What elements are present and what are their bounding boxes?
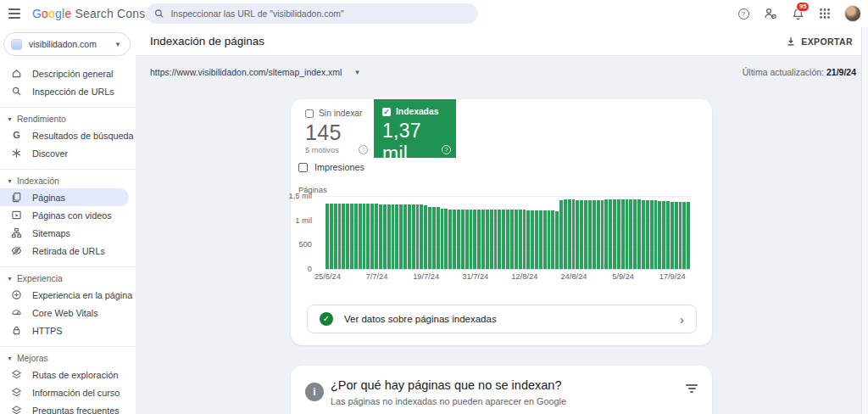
chart-bar[interactable] [395, 204, 398, 269]
sidebar-section-indexing[interactable]: ▼Indexación [0, 173, 136, 188]
impressions-checkbox[interactable] [298, 163, 308, 172]
sidebar-item-pages[interactable]: Páginas [0, 188, 129, 206]
chart-bar[interactable] [604, 199, 608, 269]
chart-bar[interactable] [383, 204, 387, 269]
impressions-toggle[interactable]: Impresiones [298, 162, 364, 172]
chart-bar[interactable] [477, 210, 481, 269]
chart-bar[interactable] [444, 209, 448, 269]
chart-bar[interactable] [609, 199, 612, 269]
chart-bar[interactable] [588, 200, 592, 269]
chart-bar[interactable] [535, 210, 538, 269]
chart-bar[interactable] [392, 204, 395, 269]
chart-bar[interactable] [428, 207, 431, 269]
help-icon[interactable]: ? [442, 145, 451, 154]
chart-bar[interactable] [593, 200, 596, 269]
chart-bar[interactable] [662, 201, 665, 269]
chart-bar[interactable] [473, 210, 476, 269]
url-inspect-input[interactable] [170, 8, 470, 19]
chart-bar[interactable] [576, 200, 579, 269]
chart-bar[interactable] [379, 204, 382, 269]
chart-bar[interactable] [650, 200, 654, 269]
filter-icon[interactable] [685, 384, 698, 394]
chart-bar[interactable] [465, 210, 469, 269]
chart-bar[interactable] [601, 200, 604, 269]
chart-bar[interactable] [526, 210, 530, 269]
chart-bar[interactable] [510, 210, 514, 269]
chart-bar[interactable] [486, 210, 489, 269]
chart-bar[interactable] [572, 199, 576, 269]
sidebar-item-sitemaps[interactable]: Sitemaps [0, 224, 129, 242]
user-avatar[interactable] [844, 5, 861, 22]
chart-bar[interactable] [551, 210, 554, 269]
chart-bar[interactable] [564, 199, 567, 269]
hamburger-menu-icon[interactable] [0, 0, 27, 27]
chart-bar[interactable] [642, 200, 645, 269]
chart-bar[interactable] [548, 210, 551, 269]
chart-bar[interactable] [539, 210, 542, 269]
chart-bar[interactable] [670, 202, 674, 269]
chart-bar[interactable] [626, 199, 629, 269]
sidebar-item-discover[interactable]: Discover [0, 144, 129, 162]
chart-bar[interactable] [359, 204, 362, 269]
chart-bar[interactable] [523, 210, 526, 269]
chart-bar[interactable] [519, 210, 522, 269]
chart-bar[interactable] [494, 210, 498, 269]
not-indexed-chip[interactable]: Sin indexar 145 5 motivos ? [298, 104, 373, 158]
chart-bar[interactable] [559, 200, 563, 269]
chart-bar[interactable] [687, 202, 690, 269]
help-icon[interactable]: ? [736, 6, 751, 21]
chart-bar[interactable] [543, 210, 547, 269]
chart-bar[interactable] [370, 204, 374, 269]
chart-bar[interactable] [408, 204, 411, 269]
property-selector[interactable]: visibilidadon.com ▼ [3, 32, 131, 56]
sidebar-item-url-inspection[interactable]: Inspección de URLs [0, 82, 129, 100]
notifications-bell-icon[interactable]: 95 [790, 6, 805, 21]
chart-bar[interactable] [646, 200, 649, 269]
chart-bar[interactable] [481, 210, 485, 269]
chart-bar[interactable] [334, 204, 337, 269]
chart-bar[interactable] [597, 200, 600, 269]
indexed-checkbox[interactable]: ✓ [382, 108, 391, 116]
chart-bar[interactable] [502, 210, 505, 269]
export-button[interactable]: EXPORTAR [781, 33, 858, 50]
chart-bar[interactable] [326, 204, 329, 269]
apps-grid-icon[interactable] [817, 6, 832, 21]
chart-bar[interactable] [658, 201, 661, 269]
sidebar-item-faq[interactable]: Preguntas frecuentes [0, 401, 129, 414]
chart-bar[interactable] [366, 204, 370, 269]
sidebar-item-overview[interactable]: Descripción general [0, 64, 129, 82]
sidebar-item-search-results[interactable]: G Resultados de búsqueda [0, 126, 129, 144]
chart-bar[interactable] [354, 204, 358, 269]
chart-bar[interactable] [490, 210, 493, 269]
view-indexed-data-row[interactable]: ✓ Ver datos sobre páginas indexadas › [307, 305, 697, 333]
chart-bar[interactable] [584, 200, 587, 269]
chart-bar[interactable] [637, 199, 641, 269]
chart-bar[interactable] [375, 204, 378, 269]
chart-bar[interactable] [470, 210, 473, 269]
chart-bar[interactable] [621, 199, 625, 269]
sidebar-section-experience[interactable]: ▼Experiencia [0, 271, 136, 286]
chart-bar[interactable] [441, 209, 444, 269]
chart-bar[interactable] [346, 204, 349, 269]
chart-bar[interactable] [675, 202, 678, 269]
chart-bar[interactable] [342, 204, 345, 270]
user-settings-icon[interactable] [763, 6, 778, 21]
indexed-chip[interactable]: ✓ Indexadas 1,37 mil ? [374, 99, 456, 158]
sidebar-section-enhancements[interactable]: ▼Mejoras [0, 350, 136, 366]
chart-bar[interactable] [568, 199, 571, 269]
chart-bar[interactable] [555, 211, 559, 270]
chart-bar[interactable] [437, 207, 440, 269]
chart-bar[interactable] [403, 204, 407, 269]
chart-bar[interactable] [613, 199, 616, 269]
sidebar-item-crawl-paths[interactable]: Rutas de exploración [0, 366, 129, 383]
chart-bar[interactable] [350, 204, 353, 269]
chart-bar[interactable] [461, 210, 465, 269]
chart-bar[interactable] [515, 210, 518, 269]
chart-bar[interactable] [453, 210, 456, 269]
app-logo[interactable]: Google Search Console [32, 7, 162, 20]
not-indexed-checkbox[interactable] [305, 109, 314, 118]
chart-bar[interactable] [416, 204, 420, 269]
sidebar-item-https[interactable]: HTTPS [0, 322, 129, 339]
chart-bar[interactable] [682, 202, 686, 269]
sitemap-dropdown[interactable]: https://www.visibilidadon.com/sitemap_in… [150, 67, 360, 77]
